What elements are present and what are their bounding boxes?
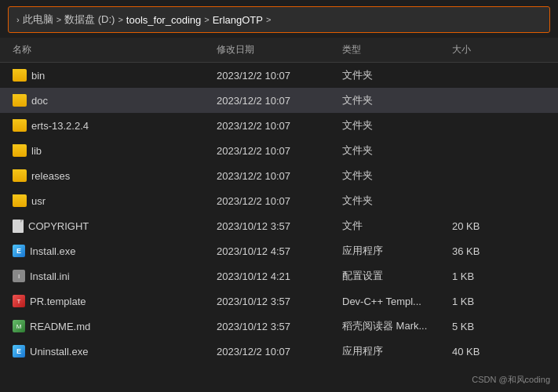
row-type: Dev-C++ Templ...	[339, 296, 449, 307]
ini-icon: I	[13, 270, 25, 282]
file-icon	[13, 220, 24, 233]
template-icon: T	[13, 295, 25, 307]
row-modified: 2023/10/12 3:57	[213, 296, 339, 307]
row-type: 配置设置	[339, 269, 449, 283]
table-row[interactable]: releases 2023/12/2 10:07 文件夹	[0, 163, 558, 188]
table-row[interactable]: M README.md 2023/10/12 3:57 稻壳阅读器 Mark..…	[0, 314, 558, 339]
row-size: 5 KB	[449, 321, 512, 332]
table-row[interactable]: I Install.ini 2023/10/12 4:21 配置设置 1 KB	[0, 263, 558, 289]
row-name: usr	[9, 194, 213, 207]
folder-icon	[13, 69, 27, 82]
row-modified: 2023/10/12 4:57	[213, 245, 339, 257]
row-modified: 2023/12/2 10:07	[213, 346, 339, 358]
col-name[interactable]: 名称	[9, 41, 213, 59]
row-type: 稻壳阅读器 Mark...	[339, 319, 449, 333]
filename: Uninstall.exe	[30, 346, 88, 358]
separator-4: >	[266, 15, 271, 24]
row-type: 文件夹	[339, 169, 449, 183]
row-name: releases	[9, 169, 213, 182]
row-name: COPYRIGHT	[9, 220, 213, 233]
row-type: 应用程序	[339, 244, 449, 258]
row-modified: 2023/10/12 3:57	[213, 220, 339, 232]
row-size: 40 KB	[449, 346, 512, 358]
row-type: 文件	[339, 219, 449, 233]
row-modified: 2023/12/2 10:07	[213, 70, 339, 82]
table-row[interactable]: E Install.exe 2023/10/12 4:57 应用程序 36 KB	[0, 238, 558, 263]
row-type: 应用程序	[339, 344, 449, 358]
row-modified: 2023/12/2 10:07	[213, 170, 339, 182]
address-bar[interactable]: › 此电脑 > 数据盘 (D:) > tools_for_coding > Er…	[8, 6, 550, 33]
row-size: 1 KB	[449, 296, 512, 307]
table-row[interactable]: E Uninstall.exe 2023/12/2 10:07 应用程序 40 …	[0, 339, 558, 364]
filename: lib	[31, 145, 42, 157]
row-name: E Install.exe	[9, 245, 213, 257]
row-type: 文件夹	[339, 68, 449, 82]
row-name: erts-13.2.2.4	[9, 119, 213, 132]
separator-2: >	[118, 15, 122, 24]
file-list: bin 2023/12/2 10:07 文件夹 doc 2023/12/2 10…	[0, 63, 558, 364]
col-type[interactable]: 类型	[339, 41, 449, 59]
filename: PR.template	[30, 296, 86, 307]
filename: erts-13.2.2.4	[31, 120, 89, 132]
folder-icon	[13, 119, 27, 132]
row-type: 文件夹	[339, 143, 449, 158]
row-size: 36 KB	[449, 245, 512, 257]
md-icon: M	[13, 320, 25, 332]
filename: README.md	[30, 321, 90, 332]
row-name: M README.md	[9, 320, 213, 332]
table-row[interactable]: lib 2023/12/2 10:07 文件夹	[0, 138, 558, 163]
table-row[interactable]: bin 2023/12/2 10:07 文件夹	[0, 63, 558, 88]
folder-icon	[13, 169, 27, 182]
separator-1: >	[57, 15, 61, 24]
table-row[interactable]: erts-13.2.2.4 2023/12/2 10:07 文件夹	[0, 113, 558, 138]
row-name: I Install.ini	[9, 270, 213, 282]
watermark: CSDN @和风coding	[472, 374, 550, 386]
row-modified: 2023/10/12 3:57	[213, 321, 339, 332]
filename: Install.ini	[30, 270, 70, 282]
filename: Install.exe	[30, 245, 76, 257]
row-modified: 2023/12/2 10:07	[213, 145, 339, 157]
row-modified: 2023/12/2 10:07	[213, 95, 339, 107]
path-disk[interactable]: 数据盘 (D:)	[64, 13, 115, 27]
filename: COPYRIGHT	[28, 220, 89, 232]
row-type: 文件夹	[339, 93, 449, 107]
path-tools[interactable]: tools_for_coding	[126, 14, 201, 26]
row-name: bin	[9, 69, 213, 82]
filename: doc	[31, 95, 48, 107]
row-size: 20 KB	[449, 220, 512, 232]
path-erlang[interactable]: ErlangOTP	[213, 14, 263, 26]
row-type: 文件夹	[339, 118, 449, 132]
row-type: 文件夹	[339, 194, 449, 208]
row-modified: 2023/12/2 10:07	[213, 195, 339, 207]
row-name: T PR.template	[9, 295, 213, 307]
row-name: E Uninstall.exe	[9, 345, 213, 358]
table-header: 名称 修改日期 类型 大小	[0, 38, 558, 63]
separator-3: >	[204, 15, 209, 24]
exe-icon: E	[13, 345, 25, 358]
filename: bin	[31, 70, 45, 82]
row-size: 1 KB	[449, 270, 512, 282]
table-row[interactable]: doc 2023/12/2 10:07 文件夹	[0, 88, 558, 113]
folder-icon	[13, 94, 27, 107]
row-name: doc	[9, 94, 213, 107]
folder-icon	[13, 144, 27, 157]
row-modified: 2023/10/12 4:21	[213, 270, 339, 282]
table-row[interactable]: T PR.template 2023/10/12 3:57 Dev-C++ Te…	[0, 289, 558, 314]
exe-icon: E	[13, 245, 25, 257]
chevron-right-icon: ›	[16, 15, 20, 24]
col-modified[interactable]: 修改日期	[213, 41, 339, 59]
filename: usr	[31, 195, 46, 207]
folder-icon	[13, 194, 27, 207]
row-name: lib	[9, 144, 213, 157]
path-pc[interactable]: 此电脑	[23, 13, 53, 27]
filename: releases	[31, 170, 70, 182]
col-size[interactable]: 大小	[449, 41, 512, 59]
table-row[interactable]: COPYRIGHT 2023/10/12 3:57 文件 20 KB	[0, 213, 558, 238]
table-row[interactable]: usr 2023/12/2 10:07 文件夹	[0, 188, 558, 213]
row-modified: 2023/12/2 10:07	[213, 120, 339, 132]
